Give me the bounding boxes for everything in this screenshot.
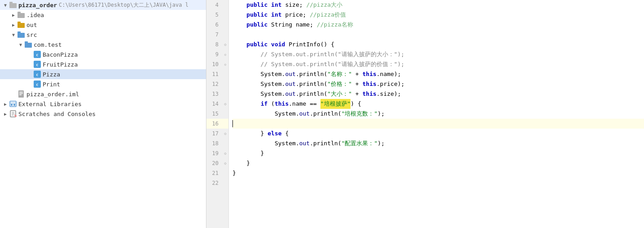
tree-item-idea[interactable]: ▶ .idea (0, 10, 206, 20)
tree-item-fruit-pizza[interactable]: c FruitPizza (0, 59, 206, 69)
file-tree[interactable]: ▼ pizza_order C:\Users\86171\Desktop\大二上… (0, 0, 206, 228)
code-span: this (362, 89, 376, 99)
code-span: public (246, 20, 267, 30)
svg-rect-10 (18, 90, 24, 98)
gutter-row-22: 22 (206, 178, 228, 188)
svg-rect-5 (18, 22, 21, 23)
code-line-22[interactable] (232, 178, 644, 188)
line-num-5: 5 (206, 10, 222, 20)
code-line-14[interactable]: if (this.name == "培根披萨") { (232, 99, 644, 109)
svg-rect-17 (13, 104, 15, 106)
svg-rect-8 (25, 43, 32, 48)
code-line-6[interactable]: public String name; //pizza名称 (232, 20, 644, 30)
code-span (232, 10, 246, 20)
line-num-19: 19 (206, 148, 222, 158)
code-span (267, 40, 271, 49)
marker-9: ◇ (222, 53, 228, 57)
code-lines-container[interactable]: public int size; //pizza大小 public int pr… (229, 0, 644, 228)
code-line-20[interactable]: } (232, 158, 644, 168)
code-span: .price); (377, 79, 405, 89)
class-icon-bacon-pizza: c (33, 51, 41, 58)
code-line-13[interactable]: System.out.println("大小：" + this.size); (232, 89, 644, 99)
code-line-4[interactable]: public int size; //pizza大小 (232, 0, 644, 10)
code-span: "价格：" (327, 79, 352, 89)
text-cursor (232, 120, 233, 127)
folder-icon-src (17, 31, 25, 38)
code-span: + (352, 69, 362, 79)
code-editor[interactable]: 4 5 6 7 8 ◇ (206, 0, 644, 228)
tree-label-src: src (26, 31, 37, 38)
code-line-19[interactable]: } (232, 148, 644, 158)
code-span: "培根克数：" (342, 109, 378, 119)
svg-rect-1 (9, 2, 13, 4)
marker-20: ◇ (222, 161, 228, 165)
code-span: "配置水果：" (342, 139, 378, 148)
tree-item-bacon-pizza[interactable]: c BaconPizza (0, 49, 206, 59)
tree-item-out[interactable]: ▶ out (0, 20, 206, 30)
code-span: ); (397, 49, 404, 59)
tree-item-scratches[interactable]: ▶ Scratches and Consoles (0, 109, 206, 119)
code-span: .println( (296, 89, 327, 99)
tree-item-external-libraries[interactable]: ▶ External Libraries (0, 99, 206, 109)
code-span: this (362, 69, 376, 79)
class-icon-pizza: c (33, 71, 41, 78)
gutter-row-17: 17 ◇ (206, 129, 228, 139)
gutter-row-5: 5 (206, 10, 228, 20)
tree-item-pizza[interactable]: c Pizza (0, 69, 206, 79)
marker-8: ◇ (222, 42, 228, 47)
code-span: out (285, 89, 295, 99)
line-num-8: 8 (206, 40, 222, 49)
iml-icon (17, 90, 25, 98)
code-span: price; (282, 10, 310, 20)
code-span: System. (232, 79, 285, 89)
code-line-17[interactable]: } else { (232, 129, 644, 139)
tree-item-src[interactable]: ▼ src (0, 30, 206, 40)
code-span: //pizza价值 (310, 10, 346, 20)
gutter-row-21: 21 (206, 168, 228, 178)
code-span: "请输入披萨的大小：" (338, 49, 398, 59)
line-num-13: 13 (206, 89, 222, 99)
code-line-7[interactable] (232, 30, 644, 40)
code-line-16[interactable] (232, 119, 644, 129)
code-line-8[interactable]: public void PrintInfo() { (232, 40, 644, 49)
tree-label-scratches: Scratches and Consoles (18, 111, 96, 117)
code-line-15[interactable]: System.out.println("培根克数："); (232, 109, 644, 119)
line-num-9: 9 (206, 49, 222, 59)
code-span: this (362, 79, 376, 89)
code-line-21[interactable]: } (232, 168, 644, 178)
gutter-row-15: 15 (206, 109, 228, 119)
code-line-12[interactable]: System.out.println("价格：" + this.price); (232, 79, 644, 89)
scratches-icon (9, 110, 17, 117)
tree-item-pizza-order[interactable]: ▼ pizza_order C:\Users\86171\Desktop\大二上… (0, 0, 206, 10)
code-span: .println( (296, 79, 327, 89)
gutter-row-16: 16 (206, 119, 228, 129)
code-line-18[interactable]: System.out.println("配置水果："); (232, 139, 644, 148)
tree-label-fruit-pizza: FruitPizza (43, 61, 78, 68)
code-span (267, 10, 271, 20)
line-num-20: 20 (206, 158, 222, 168)
gutter-row-8: 8 ◇ (206, 40, 228, 49)
tree-item-com-test[interactable]: ▼ com.test (0, 40, 206, 49)
code-span: System. (232, 89, 285, 99)
line-num-14: 14 (206, 99, 222, 109)
folder-icon-idea (17, 11, 25, 18)
code-span: } (232, 168, 236, 178)
code-line-11[interactable]: System.out.println("名称：" + this.name); (232, 69, 644, 79)
code-line-10[interactable]: // System.out.println("请输入披萨的价值："); (232, 59, 644, 69)
marker-10: ◇ (222, 63, 228, 67)
tree-item-print[interactable]: c Print (0, 79, 206, 89)
arrow-external-libraries: ▶ (2, 102, 9, 107)
code-line-5[interactable]: public int price; //pizza价值 (232, 10, 644, 20)
arrow-idea: ▶ (10, 13, 17, 18)
svg-point-22 (15, 115, 17, 117)
line-num-12: 12 (206, 79, 222, 89)
code-line-9[interactable]: // System.out.println("请输入披萨的大小："); (232, 49, 644, 59)
code-span: ); (377, 139, 385, 148)
tree-label-out: out (26, 22, 37, 28)
code-span: "培根披萨" (320, 99, 351, 109)
code-span (232, 99, 261, 109)
code-span: int (271, 10, 281, 20)
class-icon-print: c (33, 80, 41, 88)
tree-item-iml[interactable]: pizza_order.iml (0, 89, 206, 99)
line-num-22: 22 (206, 178, 222, 188)
